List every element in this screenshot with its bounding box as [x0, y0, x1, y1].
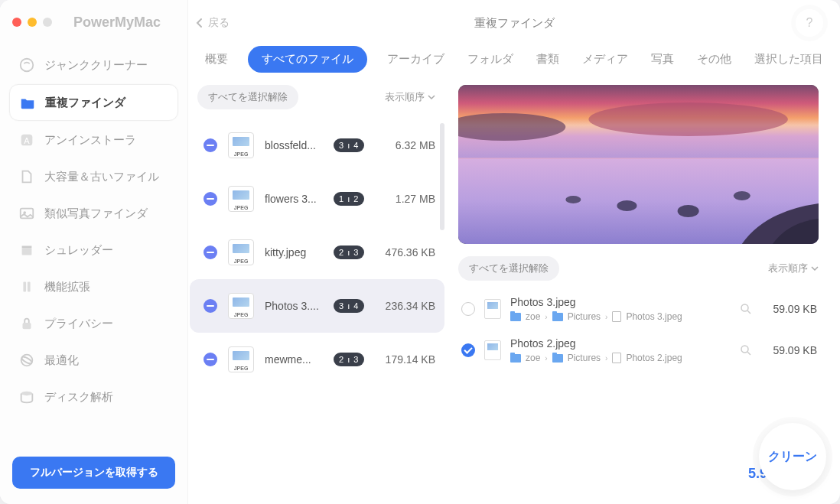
folder-icon: [552, 313, 563, 321]
app-window: PowerMyMac ジャンククリーナー重複ファインダAアンインストーラ大容量＆…: [0, 0, 840, 504]
file-row[interactable]: Photos 3.jpeg zoe›Pictures›Photos 3.jpeg…: [458, 288, 819, 330]
svg-point-0: [21, 59, 34, 72]
group-size: 6.32 MB: [377, 139, 435, 151]
tab-7[interactable]: その他: [694, 46, 734, 73]
help-button[interactable]: ?: [796, 9, 823, 37]
file-icon: [612, 353, 621, 363]
minus-icon[interactable]: [203, 299, 217, 313]
chevron-right-icon: ›: [545, 313, 547, 321]
back-button[interactable]: 戻る: [196, 16, 230, 30]
file-name: Photos 3.jpeg: [510, 296, 730, 308]
sidebar-item-0[interactable]: ジャンククリーナー: [9, 47, 178, 83]
disk-icon: [18, 389, 35, 405]
svg-rect-7: [23, 282, 26, 292]
sidebar-item-7[interactable]: プライバシー: [9, 306, 178, 341]
group-name: flowers 3...: [265, 193, 323, 205]
file-thumbnail: [484, 340, 501, 360]
maximize-window-button[interactable]: [43, 18, 52, 27]
path-segment: Photos 2.jpeg: [626, 353, 682, 363]
group-row[interactable]: JPEG kitty.jpeg 2 ı 3 476.36 KB: [190, 226, 444, 279]
shredder-icon: [18, 242, 35, 259]
sidebar: PowerMyMac ジャンククリーナー重複ファインダAアンインストーラ大容量＆…: [0, 0, 188, 504]
path-segment: zoe: [526, 353, 540, 363]
main-area: 戻る 重複ファインダ ? 概要すべてのファイルアーカイブフォルダ書類メディア写真…: [188, 0, 840, 504]
sidebar-item-2[interactable]: Aアンインストーラ: [9, 122, 178, 158]
file-path: zoe›Pictures›Photos 2.jpeg: [510, 353, 730, 363]
folder-icon: [19, 94, 36, 111]
topbar: 戻る 重複ファインダ ?: [188, 0, 840, 46]
minus-icon[interactable]: [203, 353, 217, 366]
footer: 5.98 MB: [188, 443, 840, 504]
file-checkbox[interactable]: [461, 343, 475, 357]
svg-line-24: [747, 352, 750, 355]
scrollbar[interactable]: [440, 123, 444, 438]
path-segment: zoe: [526, 311, 540, 322]
group-size: 179.14 KB: [377, 353, 435, 366]
clean-button-label: クリーン: [768, 449, 817, 465]
sidebar-item-label: ジャンククリーナー: [44, 58, 148, 73]
sidebar-item-label: アンインストーラ: [44, 133, 136, 148]
tab-3[interactable]: フォルダ: [464, 46, 516, 73]
sidebar-item-6[interactable]: 機能拡張: [9, 269, 178, 304]
file-row[interactable]: Photos 2.jpeg zoe›Pictures›Photos 2.jpeg…: [458, 330, 819, 371]
chevron-right-icon: ›: [605, 354, 607, 363]
file-name: Photos 2.jpeg: [510, 337, 730, 350]
count-badge: 2 ı 3: [334, 353, 364, 366]
window-controls: PowerMyMac: [0, 11, 187, 34]
file-checkbox[interactable]: [461, 302, 475, 316]
group-row[interactable]: JPEG blossfeld... 3 ı 4 6.32 MB: [190, 119, 444, 172]
tab-5[interactable]: メディア: [579, 46, 631, 73]
tab-1[interactable]: すべてのファイル: [248, 46, 367, 73]
close-window-button[interactable]: [12, 18, 21, 27]
tab-8[interactable]: 選択した項目: [751, 46, 826, 73]
reveal-in-finder-icon[interactable]: [739, 302, 753, 316]
group-name: kitty.jpeg: [265, 246, 323, 259]
sidebar-item-8[interactable]: 最適化: [9, 343, 178, 378]
help-icon: ?: [806, 16, 813, 30]
minimize-window-button[interactable]: [28, 18, 37, 27]
files-list: Photos 3.jpeg zoe›Pictures›Photos 3.jpeg…: [458, 288, 819, 443]
file-icon: [612, 311, 621, 322]
back-label: 戻る: [208, 16, 230, 30]
tab-6[interactable]: 写真: [648, 46, 677, 73]
minus-icon[interactable]: [203, 245, 217, 259]
upgrade-button[interactable]: フルバージョンを取得する: [12, 457, 175, 489]
deselect-all-groups-button[interactable]: すべてを選択解除: [197, 85, 298, 109]
group-row[interactable]: JPEG flowers 3... 1 ı 2 1.27 MB: [190, 172, 444, 226]
tab-0[interactable]: 概要: [202, 46, 231, 73]
groups-sort-button[interactable]: 表示順序: [385, 90, 435, 104]
sidebar-item-1[interactable]: 重複ファインダ: [9, 84, 178, 121]
sidebar-item-label: ディスク解析: [44, 390, 113, 405]
reveal-in-finder-icon[interactable]: [739, 343, 753, 357]
optimize-icon: [18, 352, 35, 369]
sort-label: 表示順序: [768, 262, 808, 275]
minus-icon[interactable]: [203, 192, 217, 206]
clean-button[interactable]: クリーン: [759, 423, 826, 490]
group-row[interactable]: JPEG mewme... 2 ı 3 179.14 KB: [190, 333, 444, 386]
deselect-all-files-button[interactable]: すべてを選択解除: [458, 256, 559, 281]
path-segment: Pictures: [568, 311, 601, 322]
sidebar-item-9[interactable]: ディスク解析: [9, 379, 178, 415]
tab-2[interactable]: アーカイブ: [384, 46, 448, 73]
svg-text:A: A: [24, 136, 30, 145]
gauge-icon: [18, 57, 35, 73]
svg-rect-9: [23, 323, 31, 329]
app-title: PowerMyMac: [73, 15, 161, 31]
path-segment: Pictures: [568, 353, 601, 363]
svg-point-12: [21, 392, 33, 396]
svg-rect-8: [28, 282, 31, 292]
count-badge: 2 ı 3: [334, 245, 364, 259]
sidebar-item-label: 大容量＆古いファイル: [44, 170, 159, 184]
file-size: 59.09 KB: [762, 344, 817, 356]
split-panes: すべてを選択解除 表示順序 JPEG blossfeld... 3 ı 4 6.…: [188, 80, 840, 443]
minus-icon[interactable]: [203, 138, 217, 152]
sidebar-item-5[interactable]: シュレッダー: [9, 232, 178, 268]
sidebar-item-4[interactable]: 類似写真ファインダ: [9, 196, 178, 231]
group-row[interactable]: JPEG Photos 3.... 3 ı 4 236.34 KB: [190, 279, 444, 333]
tab-4[interactable]: 書類: [533, 46, 562, 73]
path-segment: Photos 3.jpeg: [626, 311, 682, 322]
sidebar-item-3[interactable]: 大容量＆古いファイル: [9, 159, 178, 194]
file-thumbnail: JPEG: [228, 186, 254, 212]
files-sort-button[interactable]: 表示順序: [768, 262, 819, 275]
preview-image: [458, 85, 819, 244]
